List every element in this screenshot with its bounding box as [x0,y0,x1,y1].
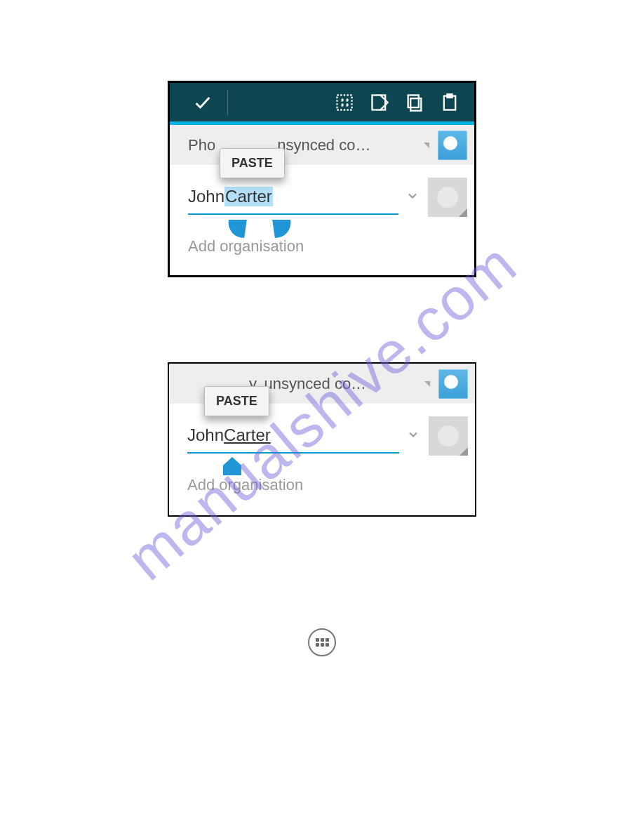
paste-popup[interactable]: PASTE [220,148,285,178]
svg-rect-0 [337,95,352,110]
expand-name-icon[interactable] [405,189,420,206]
cut-icon[interactable] [362,93,397,112]
account-selector-row[interactable]: Phoxxxxxxxxnsynced co… [170,125,474,166]
svg-point-1 [341,99,342,100]
copy-icon[interactable] [397,93,432,112]
name-last-part: Carter [224,425,271,445]
svg-point-4 [346,104,347,105]
name-selected-part: Carter [224,187,273,206]
dropdown-triangle-icon [424,143,429,148]
done-icon[interactable] [185,93,220,112]
screenshot-cursor-mode: xxxxxxxxy, unsynced co… PASTE John Carte… [168,362,476,517]
svg-rect-9 [448,94,452,98]
dropdown-triangle-icon [424,381,430,387]
name-first-part: John [187,425,224,445]
apps-button-icon[interactable] [308,628,336,656]
name-row: John Carter [170,166,474,229]
add-organisation-field[interactable]: Add organisation [170,229,474,264]
apps-grid-icon [316,638,329,647]
select-all-icon[interactable] [327,93,362,112]
add-organisation-field[interactable]: Add organisation [169,468,475,503]
paste-popup[interactable]: PASTE [204,386,269,416]
svg-point-3 [341,104,342,105]
name-input[interactable]: John Carter [188,180,398,215]
action-toolbar [170,83,474,125]
contact-photo-placeholder[interactable] [428,178,467,217]
name-first-part: John [188,187,224,206]
contact-photo-placeholder[interactable] [429,416,468,456]
screenshot-selection-mode: Phoxxxxxxxxnsynced co… PASTE John Carter… [168,81,476,277]
contacts-app-icon [438,369,468,399]
svg-rect-6 [410,98,421,111]
paste-icon[interactable] [432,93,467,112]
contacts-app-icon [438,131,467,160]
svg-point-2 [346,99,347,100]
svg-rect-7 [408,95,419,107]
expand-name-icon[interactable] [406,428,420,444]
name-input[interactable]: John Carter [187,418,399,454]
toolbar-divider [227,90,228,115]
